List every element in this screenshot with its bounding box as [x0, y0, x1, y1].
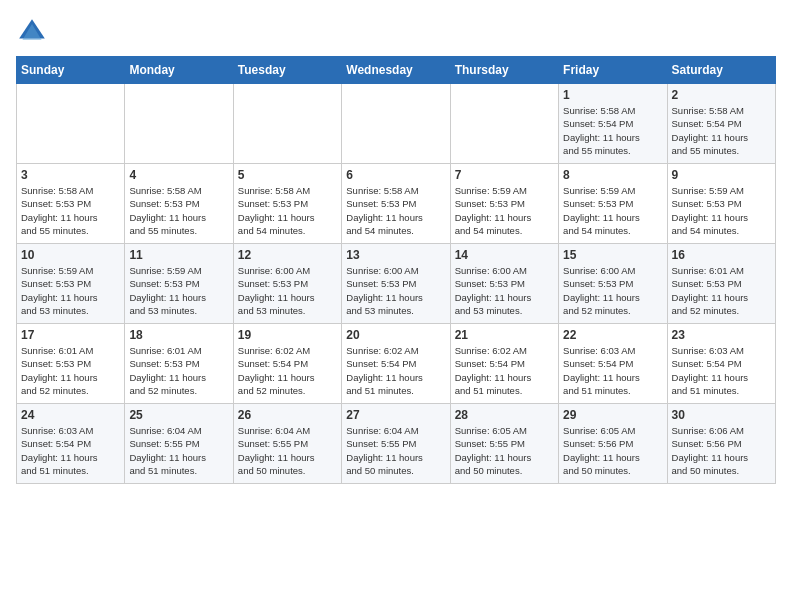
calendar-cell: 30Sunrise: 6:06 AM Sunset: 5:56 PM Dayli…: [667, 404, 775, 484]
calendar-week-row: 10Sunrise: 5:59 AM Sunset: 5:53 PM Dayli…: [17, 244, 776, 324]
day-number: 16: [672, 248, 771, 262]
day-info: Sunrise: 5:58 AM Sunset: 5:53 PM Dayligh…: [346, 184, 445, 237]
day-info: Sunrise: 6:04 AM Sunset: 5:55 PM Dayligh…: [129, 424, 228, 477]
day-info: Sunrise: 6:04 AM Sunset: 5:55 PM Dayligh…: [238, 424, 337, 477]
day-number: 27: [346, 408, 445, 422]
weekday-header: Friday: [559, 57, 667, 84]
day-number: 6: [346, 168, 445, 182]
day-number: 18: [129, 328, 228, 342]
day-number: 8: [563, 168, 662, 182]
day-number: 20: [346, 328, 445, 342]
day-info: Sunrise: 5:58 AM Sunset: 5:54 PM Dayligh…: [563, 104, 662, 157]
logo-icon: [16, 16, 48, 48]
day-info: Sunrise: 6:01 AM Sunset: 5:53 PM Dayligh…: [21, 344, 120, 397]
calendar-cell: 17Sunrise: 6:01 AM Sunset: 5:53 PM Dayli…: [17, 324, 125, 404]
day-info: Sunrise: 6:00 AM Sunset: 5:53 PM Dayligh…: [346, 264, 445, 317]
day-number: 28: [455, 408, 554, 422]
day-info: Sunrise: 6:02 AM Sunset: 5:54 PM Dayligh…: [238, 344, 337, 397]
day-info: Sunrise: 5:59 AM Sunset: 5:53 PM Dayligh…: [455, 184, 554, 237]
calendar-cell: [17, 84, 125, 164]
day-info: Sunrise: 5:58 AM Sunset: 5:53 PM Dayligh…: [21, 184, 120, 237]
day-info: Sunrise: 6:01 AM Sunset: 5:53 PM Dayligh…: [129, 344, 228, 397]
calendar-cell: 27Sunrise: 6:04 AM Sunset: 5:55 PM Dayli…: [342, 404, 450, 484]
day-info: Sunrise: 6:02 AM Sunset: 5:54 PM Dayligh…: [455, 344, 554, 397]
calendar-cell: 29Sunrise: 6:05 AM Sunset: 5:56 PM Dayli…: [559, 404, 667, 484]
calendar-week-row: 24Sunrise: 6:03 AM Sunset: 5:54 PM Dayli…: [17, 404, 776, 484]
day-number: 11: [129, 248, 228, 262]
calendar-table: SundayMondayTuesdayWednesdayThursdayFrid…: [16, 56, 776, 484]
calendar-cell: 13Sunrise: 6:00 AM Sunset: 5:53 PM Dayli…: [342, 244, 450, 324]
day-number: 2: [672, 88, 771, 102]
weekday-header: Tuesday: [233, 57, 341, 84]
calendar-cell: 24Sunrise: 6:03 AM Sunset: 5:54 PM Dayli…: [17, 404, 125, 484]
calendar-week-row: 3Sunrise: 5:58 AM Sunset: 5:53 PM Daylig…: [17, 164, 776, 244]
calendar-cell: 3Sunrise: 5:58 AM Sunset: 5:53 PM Daylig…: [17, 164, 125, 244]
calendar-cell: [233, 84, 341, 164]
calendar-cell: 1Sunrise: 5:58 AM Sunset: 5:54 PM Daylig…: [559, 84, 667, 164]
calendar-cell: 25Sunrise: 6:04 AM Sunset: 5:55 PM Dayli…: [125, 404, 233, 484]
calendar-week-row: 1Sunrise: 5:58 AM Sunset: 5:54 PM Daylig…: [17, 84, 776, 164]
calendar-cell: 16Sunrise: 6:01 AM Sunset: 5:53 PM Dayli…: [667, 244, 775, 324]
calendar-cell: 20Sunrise: 6:02 AM Sunset: 5:54 PM Dayli…: [342, 324, 450, 404]
day-number: 7: [455, 168, 554, 182]
calendar-cell: 12Sunrise: 6:00 AM Sunset: 5:53 PM Dayli…: [233, 244, 341, 324]
day-number: 5: [238, 168, 337, 182]
day-info: Sunrise: 6:05 AM Sunset: 5:56 PM Dayligh…: [563, 424, 662, 477]
day-number: 29: [563, 408, 662, 422]
day-info: Sunrise: 5:58 AM Sunset: 5:53 PM Dayligh…: [129, 184, 228, 237]
day-number: 26: [238, 408, 337, 422]
day-info: Sunrise: 6:00 AM Sunset: 5:53 PM Dayligh…: [238, 264, 337, 317]
day-info: Sunrise: 5:58 AM Sunset: 5:53 PM Dayligh…: [238, 184, 337, 237]
day-info: Sunrise: 5:59 AM Sunset: 5:53 PM Dayligh…: [21, 264, 120, 317]
weekday-header: Wednesday: [342, 57, 450, 84]
day-number: 10: [21, 248, 120, 262]
day-info: Sunrise: 5:59 AM Sunset: 5:53 PM Dayligh…: [129, 264, 228, 317]
weekday-header: Saturday: [667, 57, 775, 84]
day-number: 22: [563, 328, 662, 342]
day-number: 25: [129, 408, 228, 422]
day-number: 9: [672, 168, 771, 182]
day-info: Sunrise: 6:03 AM Sunset: 5:54 PM Dayligh…: [672, 344, 771, 397]
day-info: Sunrise: 6:05 AM Sunset: 5:55 PM Dayligh…: [455, 424, 554, 477]
calendar-cell: 8Sunrise: 5:59 AM Sunset: 5:53 PM Daylig…: [559, 164, 667, 244]
calendar-cell: 2Sunrise: 5:58 AM Sunset: 5:54 PM Daylig…: [667, 84, 775, 164]
page-header: [16, 16, 776, 48]
day-info: Sunrise: 6:02 AM Sunset: 5:54 PM Dayligh…: [346, 344, 445, 397]
day-number: 30: [672, 408, 771, 422]
calendar-cell: 18Sunrise: 6:01 AM Sunset: 5:53 PM Dayli…: [125, 324, 233, 404]
day-number: 14: [455, 248, 554, 262]
calendar-cell: 11Sunrise: 5:59 AM Sunset: 5:53 PM Dayli…: [125, 244, 233, 324]
calendar-cell: 14Sunrise: 6:00 AM Sunset: 5:53 PM Dayli…: [450, 244, 558, 324]
day-info: Sunrise: 5:58 AM Sunset: 5:54 PM Dayligh…: [672, 104, 771, 157]
day-info: Sunrise: 6:00 AM Sunset: 5:53 PM Dayligh…: [455, 264, 554, 317]
calendar-cell: 21Sunrise: 6:02 AM Sunset: 5:54 PM Dayli…: [450, 324, 558, 404]
calendar-cell: 10Sunrise: 5:59 AM Sunset: 5:53 PM Dayli…: [17, 244, 125, 324]
weekday-header: Monday: [125, 57, 233, 84]
day-info: Sunrise: 6:04 AM Sunset: 5:55 PM Dayligh…: [346, 424, 445, 477]
logo: [16, 16, 52, 48]
calendar-cell: 6Sunrise: 5:58 AM Sunset: 5:53 PM Daylig…: [342, 164, 450, 244]
day-number: 12: [238, 248, 337, 262]
day-info: Sunrise: 5:59 AM Sunset: 5:53 PM Dayligh…: [672, 184, 771, 237]
day-number: 17: [21, 328, 120, 342]
day-number: 24: [21, 408, 120, 422]
day-info: Sunrise: 5:59 AM Sunset: 5:53 PM Dayligh…: [563, 184, 662, 237]
day-number: 21: [455, 328, 554, 342]
calendar-cell: [450, 84, 558, 164]
calendar-cell: 15Sunrise: 6:00 AM Sunset: 5:53 PM Dayli…: [559, 244, 667, 324]
calendar-cell: 23Sunrise: 6:03 AM Sunset: 5:54 PM Dayli…: [667, 324, 775, 404]
calendar-cell: 7Sunrise: 5:59 AM Sunset: 5:53 PM Daylig…: [450, 164, 558, 244]
calendar-cell: 19Sunrise: 6:02 AM Sunset: 5:54 PM Dayli…: [233, 324, 341, 404]
day-info: Sunrise: 6:00 AM Sunset: 5:53 PM Dayligh…: [563, 264, 662, 317]
calendar-week-row: 17Sunrise: 6:01 AM Sunset: 5:53 PM Dayli…: [17, 324, 776, 404]
calendar-cell: 5Sunrise: 5:58 AM Sunset: 5:53 PM Daylig…: [233, 164, 341, 244]
day-number: 23: [672, 328, 771, 342]
day-number: 1: [563, 88, 662, 102]
day-info: Sunrise: 6:03 AM Sunset: 5:54 PM Dayligh…: [563, 344, 662, 397]
calendar-header-row: SundayMondayTuesdayWednesdayThursdayFrid…: [17, 57, 776, 84]
weekday-header: Thursday: [450, 57, 558, 84]
day-number: 3: [21, 168, 120, 182]
calendar-cell: 28Sunrise: 6:05 AM Sunset: 5:55 PM Dayli…: [450, 404, 558, 484]
weekday-header: Sunday: [17, 57, 125, 84]
calendar-cell: [342, 84, 450, 164]
